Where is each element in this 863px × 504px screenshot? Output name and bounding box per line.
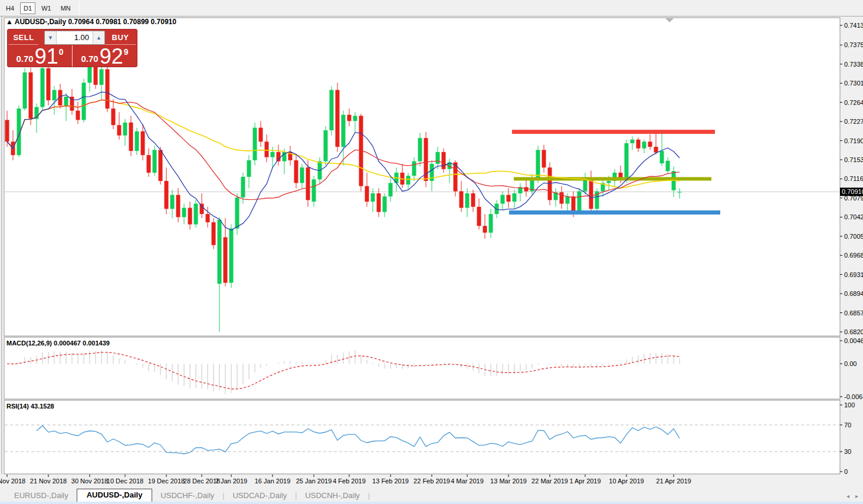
buy-price-button[interactable]: 0.70 92 9: [73, 45, 137, 67]
candle-body: [194, 204, 198, 225]
candle-body: [607, 181, 611, 183]
candle-body: [153, 150, 157, 173]
candle-body: [642, 141, 647, 148]
candle-body: [47, 68, 51, 100]
timeframe-button-h4[interactable]: H4: [2, 2, 18, 14]
tab-scroll-right-icon[interactable]: ▸: [855, 493, 858, 499]
volume-increase-button[interactable]: ▲: [93, 31, 104, 44]
timeframe-button-d1[interactable]: D1: [20, 2, 35, 14]
candle-body: [631, 140, 635, 143]
candle-body: [495, 204, 499, 215]
price-axis-label: 0.73380: [844, 61, 863, 68]
candle-body: [76, 111, 80, 120]
candle-body: [513, 193, 517, 202]
candle-body: [129, 123, 133, 151]
chart-canvas[interactable]: 0.741300.737500.733800.730100.726400.722…: [0, 17, 863, 489]
date-axis-label: 12 Nov 2018: [0, 477, 25, 485]
candle-body: [188, 208, 192, 225]
price-axis-label: 0.73010: [844, 80, 863, 87]
sell-price-button[interactable]: 0.70 91 0: [8, 45, 73, 67]
sell-price-big-digits: 91: [35, 47, 58, 66]
rsi-axis-label: 30: [844, 448, 851, 455]
candle-body: [660, 151, 664, 163]
chart-tab-bar: EURUSD-,DailyAUDUSD-,DailyUSDCHF-,Daily|…: [0, 489, 863, 502]
candle-body: [324, 130, 328, 162]
candle-body: [406, 176, 411, 185]
timeframe-buttons: H4D1W1MN: [0, 2, 74, 14]
candle-body: [41, 68, 45, 107]
price-axis-label: 0.68940: [844, 290, 863, 297]
candle-body: [111, 108, 116, 125]
volume-decrease-button[interactable]: ▼: [45, 31, 57, 44]
candle-body: [460, 191, 464, 207]
timeframe-button-mn[interactable]: MN: [57, 2, 74, 14]
candle-body: [648, 141, 652, 147]
candle-body: [418, 138, 422, 161]
chart-title: ▲ AUDUSD-,Daily 0.70964 0.70981 0.70899 …: [6, 18, 176, 26]
candle-body: [64, 97, 68, 106]
date-axis-label: 10 Dec 2018: [107, 477, 143, 485]
candle-body: [365, 186, 369, 202]
mt4-window: H4D1W1MN 0.741300.737500.733800.730100.7…: [0, 0, 863, 504]
tab-scroll-left-icon[interactable]: ◂: [846, 493, 849, 499]
sell-button[interactable]: SELL: [9, 30, 38, 45]
candle-body: [389, 183, 393, 196]
candle-body: [654, 147, 658, 153]
macd-pane: [4, 337, 840, 399]
candle-body: [560, 192, 564, 203]
candle-body: [212, 222, 216, 245]
one-click-trade-panel: SELL ▼ 1.00 ▲ BUY 0.70 91 0 0.70 92 9: [7, 29, 137, 67]
trade-panel-row-prices: 0.70 91 0 0.70 92 9: [8, 45, 137, 67]
candle-body: [636, 140, 641, 149]
date-axis-label: 22 Feb 2019: [414, 477, 450, 485]
macd-indicator-label: MACD(12,26,9) 0.000467 0.001439: [6, 340, 110, 347]
candle-body: [247, 160, 251, 177]
tab-eurusd[interactable]: EURUSD-,Daily: [6, 490, 77, 502]
candle-body: [383, 196, 387, 212]
candle-body: [100, 70, 104, 85]
candle-body: [159, 150, 163, 181]
macd-axis-label: 0.00: [844, 360, 857, 367]
candle-body: [342, 115, 346, 147]
candle-body: [536, 150, 540, 177]
buy-price-big-digits: 92: [100, 47, 123, 66]
price-axis-label: 0.73750: [844, 41, 863, 48]
current-price-tag-label: 0.70910: [842, 188, 863, 195]
candle-body: [347, 115, 352, 121]
buy-button[interactable]: BUY: [105, 30, 136, 45]
candle-body: [572, 196, 576, 212]
level-mid-pivot[interactable]: [514, 177, 711, 180]
price-axis-label: 0.72640: [844, 99, 863, 106]
timeframe-button-w1[interactable]: W1: [38, 2, 55, 14]
price-axis-label: 0.70420: [844, 213, 863, 220]
volume-input[interactable]: 1.00: [57, 31, 93, 44]
candle-body: [483, 226, 487, 232]
tab-usdchf[interactable]: USDCHF-,Daily: [152, 490, 222, 502]
price-axis-label: 0.71530: [844, 156, 863, 163]
level-resistance[interactable]: [512, 130, 715, 134]
candle-body: [306, 167, 310, 200]
tab-audusd[interactable]: AUDUSD-,Daily: [77, 489, 153, 502]
tab-usdcnh[interactable]: USDCNH-,Daily: [297, 490, 367, 502]
rsi-axis-label: 100: [844, 401, 855, 409]
candle-body: [206, 214, 210, 222]
candle-body: [353, 116, 357, 121]
candle-body: [200, 204, 204, 215]
candle-body: [412, 162, 416, 176]
timeframe-toolbar: H4D1W1MN: [0, 0, 863, 17]
date-axis-label: 22 Mar 2019: [531, 477, 568, 485]
trade-panel-row-top: SELL ▼ 1.00 ▲ BUY: [8, 29, 137, 45]
candle-body: [218, 220, 222, 284]
date-axis-label: 13 Mar 2019: [490, 477, 527, 485]
buy-price-prefix: 0.70: [81, 54, 98, 64]
candle-body: [489, 214, 493, 233]
date-axis-label: 7 Jan 2019: [215, 477, 247, 485]
chart-tabs: EURUSD-,DailyAUDUSD-,DailyUSDCHF-,Daily|…: [6, 489, 370, 502]
price-axis-label: 0.72270: [844, 118, 863, 125]
tab-usdcad[interactable]: USDCAD-,Daily: [224, 490, 295, 502]
rsi-indicator-label: RSI(14) 43.1528: [6, 403, 54, 410]
level-support[interactable]: [509, 210, 720, 215]
candle-body: [23, 73, 27, 108]
date-axis-label: 1 Apr 2019: [569, 477, 601, 485]
candle-body: [371, 193, 375, 202]
